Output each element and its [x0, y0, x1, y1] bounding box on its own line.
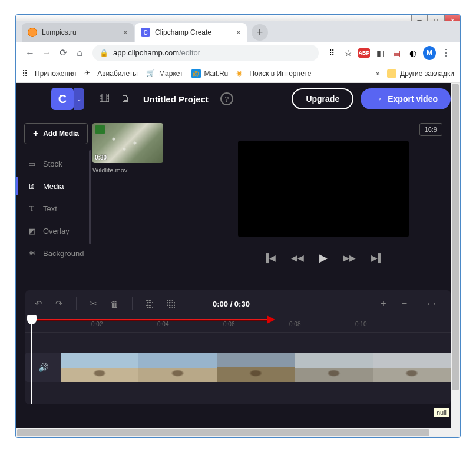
- tab-title: Lumpics.ru: [42, 28, 121, 36]
- zoom-out-button[interactable]: −: [402, 298, 407, 309]
- text-icon: T: [27, 204, 37, 213]
- reload-button[interactable]: ⟳: [55, 45, 71, 61]
- browser-tab-clipchamp[interactable]: C Clipchamp Create ×: [135, 23, 247, 42]
- lock-icon: 🔒: [100, 49, 108, 57]
- folder-icon: [387, 69, 396, 78]
- favicon-lumpics: [28, 28, 37, 37]
- tick: 0:08: [289, 321, 300, 327]
- extension-icon[interactable]: ◧: [373, 47, 386, 59]
- bookmark-apps[interactable]: ⠿Приложения: [22, 69, 76, 78]
- clip-filename: Wildlife.mov: [92, 167, 204, 174]
- tick: 0:06: [223, 321, 234, 327]
- playhead[interactable]: [31, 316, 32, 404]
- browser-tab-lumpics[interactable]: Lumpics.ru ×: [22, 23, 134, 42]
- sidebar-item-overlay[interactable]: ◩Overlay: [24, 220, 92, 242]
- address-bar[interactable]: 🔒 app.clipchamp.com/editor: [92, 45, 319, 61]
- copy-button[interactable]: ⿻: [146, 299, 154, 309]
- translate-icon[interactable]: ⠿: [325, 47, 338, 59]
- annotation-arrow: [34, 319, 269, 320]
- app-logo-dropdown[interactable]: ⌄: [74, 88, 84, 110]
- forward-button[interactable]: ▶▶: [343, 253, 356, 263]
- extension-icon-2[interactable]: ◐: [406, 47, 419, 59]
- undo-button[interactable]: ↶: [35, 298, 42, 309]
- sidebar-item-stock[interactable]: ▭Stock: [24, 152, 92, 175]
- tooltip-null: null: [434, 408, 449, 417]
- skip-start-button[interactable]: ▐◀: [263, 253, 276, 263]
- document-icon[interactable]: 🗎: [121, 94, 130, 104]
- chrome-menu-button[interactable]: ⋮: [439, 47, 452, 59]
- tick: 0:02: [91, 321, 103, 327]
- horizontal-scrollbar[interactable]: [16, 428, 460, 437]
- timeline-frame[interactable]: [295, 353, 372, 382]
- vertical-scrollbar[interactable]: [451, 83, 460, 428]
- skip-end-button[interactable]: ▶▌: [371, 253, 384, 263]
- zoom-in-button[interactable]: +: [381, 298, 386, 309]
- plane-icon: ✈: [84, 69, 94, 78]
- close-tab-icon[interactable]: ×: [123, 28, 128, 37]
- bookmark-star-icon[interactable]: ☆: [342, 47, 355, 59]
- bookmark-market[interactable]: 🛒Маркет: [146, 69, 183, 78]
- home-button[interactable]: ⌂: [71, 45, 88, 61]
- export-video-button[interactable]: Export video: [361, 88, 451, 109]
- help-icon[interactable]: ?: [220, 92, 233, 105]
- close-tab-icon[interactable]: ×: [236, 28, 241, 37]
- favicon-clipchamp: C: [141, 28, 150, 37]
- timeline-frame[interactable]: [217, 353, 295, 382]
- bookmark-mailru[interactable]: @Mail.Ru: [191, 69, 229, 78]
- timeline-frame[interactable]: [61, 353, 138, 382]
- stock-icon: ▭: [27, 160, 37, 168]
- aspect-ratio-button[interactable]: 16:9: [419, 123, 442, 136]
- sidebar-item-background[interactable]: ≋Background: [24, 242, 92, 264]
- apps-icon: ⠿: [22, 69, 31, 78]
- timeline-frame[interactable]: [138, 353, 216, 382]
- project-title[interactable]: Untitled Project: [143, 94, 209, 104]
- search-icon: ◉: [236, 69, 246, 78]
- timeline[interactable]: 0:02 0:04 0:06 0:08 0:10 🔊: [25, 317, 451, 404]
- timeline-ruler[interactable]: 0:02 0:04 0:06 0:08 0:10: [25, 317, 451, 333]
- play-button[interactable]: ▶: [319, 251, 328, 264]
- upgrade-button[interactable]: Upgrade: [292, 88, 353, 109]
- delete-button[interactable]: 🗑: [110, 299, 119, 309]
- film-icon: [100, 94, 109, 102]
- video-library-icon[interactable]: [100, 94, 109, 104]
- split-button[interactable]: ✂: [90, 298, 97, 309]
- tab-title: Clipchamp Create: [155, 28, 234, 36]
- new-tab-button[interactable]: +: [252, 24, 268, 41]
- url-host: app.clipchamp.com: [113, 48, 179, 57]
- sidebar-scrollbar[interactable]: [89, 150, 91, 244]
- tick: 0:10: [355, 321, 366, 327]
- sidebar-item-text[interactable]: TText: [24, 197, 92, 220]
- timeline-frame[interactable]: [373, 353, 451, 382]
- background-icon: ≋: [27, 249, 37, 258]
- bookmark-search[interactable]: ◉Поиск в Интернете: [236, 69, 311, 78]
- sidebar-item-media[interactable]: 🗎Media: [24, 175, 92, 197]
- url-path: /editor: [179, 48, 200, 57]
- media-icon: 🗎: [27, 182, 37, 191]
- svg-rect-0: [100, 94, 109, 102]
- timeline-track[interactable]: 🔊: [25, 353, 451, 382]
- mailru-icon: @: [191, 69, 201, 78]
- clip-duration: 0:30: [95, 154, 107, 161]
- overlay-icon: ◩: [27, 227, 37, 235]
- other-bookmarks[interactable]: Другие закладки: [387, 69, 454, 78]
- pdf-extension-icon[interactable]: ▤: [390, 47, 403, 59]
- fit-button[interactable]: →←: [422, 298, 441, 309]
- cart-icon: 🛒: [146, 69, 156, 78]
- audio-icon[interactable]: 🔊: [25, 353, 61, 382]
- media-clip-thumbnail[interactable]: 0:30: [92, 123, 163, 163]
- video-preview[interactable]: [238, 141, 409, 237]
- adblock-icon[interactable]: ABP: [358, 48, 370, 58]
- bookmark-flights[interactable]: ✈Авиабилеты: [84, 69, 138, 78]
- redo-button[interactable]: ↷: [55, 298, 63, 309]
- bookmarks-overflow[interactable]: »: [376, 69, 380, 78]
- clip-type-badge: [95, 125, 105, 134]
- profile-avatar[interactable]: M: [423, 46, 436, 60]
- app-logo[interactable]: C: [51, 88, 74, 110]
- add-media-button[interactable]: Add Media: [24, 123, 88, 144]
- forward-button[interactable]: →: [38, 45, 55, 61]
- timeline-time: 0:00 / 0:30: [213, 300, 250, 308]
- rewind-button[interactable]: ◀◀: [291, 253, 304, 263]
- tick: 0:04: [157, 321, 168, 327]
- duplicate-button[interactable]: ⿻: [167, 299, 176, 309]
- back-button[interactable]: ←: [22, 45, 38, 61]
